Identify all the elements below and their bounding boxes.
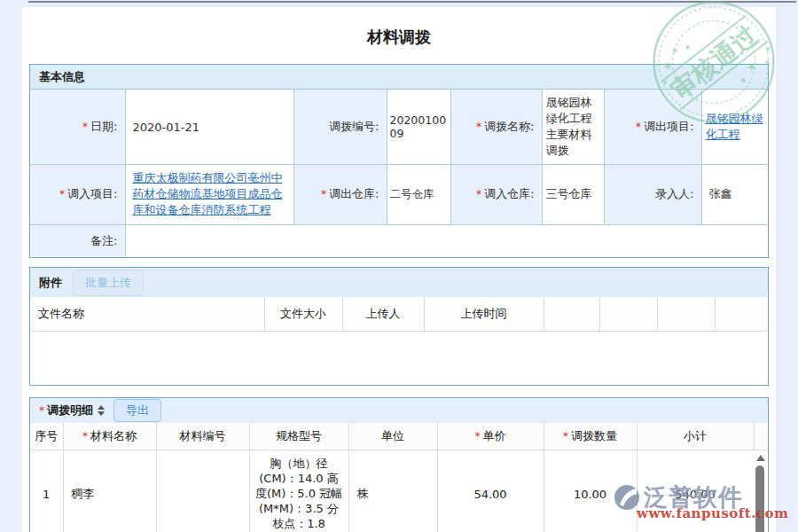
- scroll-up-icon[interactable]: [756, 455, 765, 461]
- col-material-code: 材料编号: [156, 423, 249, 450]
- transfer-no-label: 调拨编号:: [293, 90, 387, 165]
- remark-value: [125, 224, 768, 257]
- cell-unit: 株: [348, 450, 437, 532]
- attachments-empty-body: [30, 332, 768, 385]
- basic-info-table: *日期: 2020-01-21 调拨编号: 2020010009 *调拨名称: …: [30, 90, 768, 257]
- cell-subtotal: 540.00: [637, 450, 754, 532]
- table-scrollbar[interactable]: [754, 450, 767, 532]
- basic-info-row-1: *日期: 2020-01-21 调拨编号: 2020010009 *调拨名称: …: [30, 90, 768, 165]
- required-mark: *: [321, 188, 326, 200]
- out-project-link[interactable]: 晟铭园林绿化工程: [706, 112, 763, 141]
- transfer-details-header: * 调拨明细 导出: [30, 398, 768, 423]
- batch-upload-button[interactable]: 批量上传: [73, 270, 144, 296]
- col-unit-price: *单价: [437, 423, 544, 450]
- out-project-label: *调出项目:: [604, 90, 701, 165]
- transfer-no-value: 2020010009: [387, 90, 450, 165]
- page-top-divider: [28, 1, 796, 3]
- in-project-label: *调入项目:: [30, 165, 125, 225]
- col-seq: 序号: [30, 423, 63, 450]
- cell-transfer-qty: 10.00: [544, 450, 637, 532]
- out-warehouse-value: 二号仓库: [387, 165, 450, 225]
- cell-unit-price: 54.00: [437, 450, 544, 532]
- required-mark: *: [476, 188, 481, 200]
- transfer-details-section: * 调拨明细 导出 序号 *材料名称 材料编号 规格型号 单位 *单价 *调拨数…: [29, 397, 769, 532]
- basic-info-section-title: 基本信息: [30, 65, 768, 90]
- col-empty: [657, 297, 715, 332]
- attachments-section-title: 附件: [39, 275, 62, 291]
- recorder-value: 张鑫: [701, 165, 768, 225]
- col-transfer-qty: *调拨数量: [544, 423, 637, 450]
- page-title: 材料调拨: [22, 7, 776, 44]
- required-mark: *: [475, 430, 481, 442]
- col-uploader: 上传人: [342, 297, 424, 332]
- transfer-details-section-title: 调拨明细: [47, 403, 93, 419]
- col-empty: [599, 297, 657, 332]
- col-unit: 单位: [348, 423, 437, 450]
- col-material-name: *材料名称: [63, 423, 156, 450]
- col-file-name: 文件名称: [30, 297, 264, 332]
- in-warehouse-label: *调入仓库:: [450, 165, 542, 225]
- table-row: 1 稠李 胸（地）径(CM)：14.0 高度(M)：5.0 冠幅(M*M)：3.…: [30, 450, 768, 532]
- required-mark: *: [476, 121, 481, 133]
- date-label: *日期:: [30, 90, 125, 165]
- attachments-section: 附件 批量上传 文件名称 文件大小 上传人 上传时间: [29, 267, 769, 386]
- cell-spec-model: 胸（地）径(CM)：14.0 高度(M)：5.0 冠幅(M*M)：3.5 分枝点…: [249, 450, 348, 532]
- in-project-value: 重庆太极制药有限公司亳州中药材仓储物流基地项目成品仓库和设备仓库消防系统工程: [125, 165, 293, 225]
- col-subtotal: 小计: [637, 423, 754, 450]
- scrollbar-gutter: [754, 423, 768, 450]
- attachments-table-header-row: 文件名称 文件大小 上传人 上传时间: [30, 297, 768, 332]
- basic-info-section: 基本信息 *日期: 2020-01-21 调拨编号: 2020010009 *调…: [29, 64, 769, 258]
- transfer-details-table: 序号 *材料名称 材料编号 规格型号 单位 *单价 *调拨数量 小计 1 稠李 …: [30, 423, 768, 532]
- basic-info-row-2: *调入项目: 重庆太极制药有限公司亳州中药材仓储物流基地项目成品仓库和设备仓库消…: [30, 165, 768, 225]
- cell-material-code: [156, 450, 249, 532]
- required-mark: *: [39, 404, 44, 417]
- required-mark: *: [636, 121, 641, 133]
- attachments-header: 附件 批量上传: [30, 268, 768, 297]
- in-warehouse-value: 三号仓库: [542, 165, 604, 225]
- required-mark: *: [82, 121, 88, 133]
- remark-label: 备注:: [30, 224, 125, 257]
- in-project-link[interactable]: 重庆太极制药有限公司亳州中药材仓储物流基地项目成品仓库和设备仓库消防系统工程: [133, 171, 283, 216]
- col-empty: [715, 297, 768, 332]
- cell-material-name: 稠李: [63, 450, 156, 532]
- details-table-header-row: 序号 *材料名称 材料编号 规格型号 单位 *单价 *调拨数量 小计: [30, 423, 768, 450]
- attachments-table: 文件名称 文件大小 上传人 上传时间: [30, 297, 768, 332]
- out-warehouse-label: *调出仓库:: [293, 165, 387, 225]
- date-value: 2020-01-21: [125, 90, 293, 165]
- col-empty: [544, 297, 599, 332]
- out-project-value: 晟铭园林绿化工程: [701, 90, 768, 165]
- content-card: 材料调拨 基本信息 *日期: 2020-01-21 调拨编号: 20200100…: [22, 7, 776, 532]
- required-mark: *: [82, 430, 88, 442]
- required-mark: *: [563, 430, 568, 442]
- basic-info-row-3: 备注:: [30, 224, 768, 257]
- transfer-name-label: *调拨名称:: [450, 90, 542, 165]
- col-file-size: 文件大小: [264, 297, 342, 332]
- recorder-label: 录入人:: [604, 165, 701, 225]
- sort-toggle-icon[interactable]: [98, 405, 105, 416]
- transfer-name-value: 晟铭园林绿化工程主要材料调拨: [542, 90, 604, 165]
- export-button[interactable]: 导出: [113, 399, 161, 422]
- required-mark: *: [59, 188, 65, 200]
- cell-seq: 1: [30, 450, 63, 532]
- col-upload-time: 上传时间: [424, 297, 544, 332]
- col-spec-model: 规格型号: [249, 423, 348, 450]
- scrollbar-thumb[interactable]: [755, 466, 764, 532]
